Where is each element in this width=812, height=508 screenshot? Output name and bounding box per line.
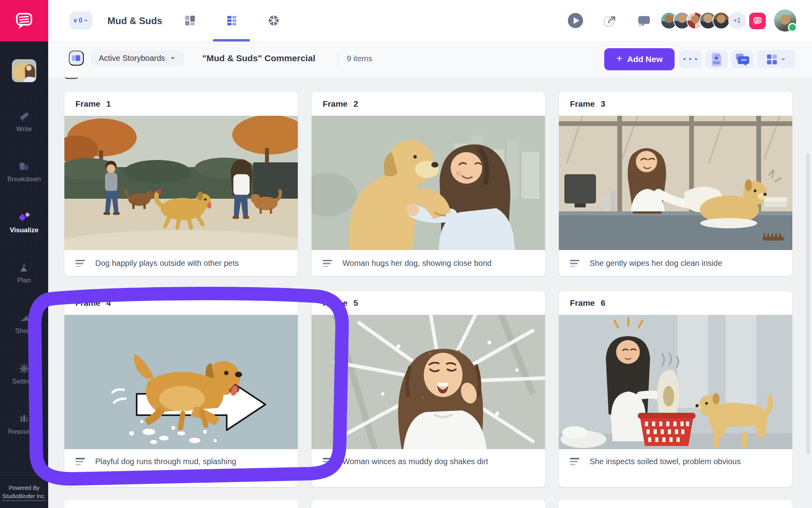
frame-number: 2	[353, 99, 358, 109]
caption-text: Woman winces as muddy dog shakes dirt	[342, 457, 488, 466]
pen-icon	[19, 111, 30, 122]
frame-header: Frame 1	[64, 92, 298, 116]
studiobinder-app: Write Breakdown Visualize Plan	[0, 0, 812, 508]
frame-caption[interactable]: She inspects soiled towel, problem obvio…	[559, 449, 792, 487]
frame-header: Frame 6	[559, 291, 792, 315]
grid-layout-icon	[227, 13, 237, 28]
frame-header: Frame 3	[559, 92, 792, 116]
sidebar-item-settings[interactable]: Settings	[0, 363, 48, 386]
storyboard-frame-card-4[interactable]: Frame 4	[64, 291, 298, 487]
breakdown-cards-icon	[19, 161, 30, 172]
sidebar-item-label: Breakdown	[7, 175, 41, 183]
storyboards-dropdown[interactable]: Active Storyboards ⌄	[91, 50, 184, 66]
chat-bubbles-button[interactable]	[731, 50, 754, 68]
next-row-card-partial	[64, 500, 298, 508]
frame-image-shake-scene	[312, 315, 545, 449]
version-label: v 0	[73, 17, 82, 24]
shoot-icon	[19, 312, 30, 324]
frame-number: 4	[106, 298, 111, 308]
play-animatic-button[interactable]	[565, 10, 586, 31]
frame-caption[interactable]: She gently wipes her dog clean inside	[559, 250, 792, 276]
studiobinder-logo[interactable]	[0, 0, 48, 41]
next-row-card-partial	[559, 500, 792, 508]
frame-image-park-scene	[64, 116, 298, 250]
storyboard-frame-card-3[interactable]: Frame 3	[559, 92, 792, 276]
mosaic-layout-icon	[185, 13, 195, 28]
sidebar-item-label: Shoot	[15, 327, 33, 335]
feedback-button[interactable]	[749, 13, 766, 29]
description-lines-icon	[75, 260, 85, 267]
share-button[interactable]	[601, 12, 619, 30]
more-options-button[interactable]: • • •	[679, 50, 702, 68]
panel-toggle-button[interactable]	[69, 51, 84, 66]
collaborators-overflow-badge[interactable]: +1	[728, 12, 746, 29]
sidebar-item-shoot[interactable]: Shoot	[0, 312, 48, 335]
storyboard-grid: Frame 1	[48, 77, 812, 508]
frame-caption[interactable]: Dog happily plays outside with other pet…	[64, 250, 298, 276]
frame-image-mud-run-scene	[64, 315, 298, 449]
frame-label: Frame	[570, 99, 595, 109]
chat-bubbles-icon	[735, 53, 750, 66]
sidebar-item-label: Plan	[17, 277, 31, 284]
grid-glyph-icon	[767, 54, 777, 65]
description-lines-icon	[323, 458, 332, 465]
layout-switcher-dropdown[interactable]: ⌄	[757, 50, 795, 68]
vertical-scrollbar-thumb[interactable]	[806, 153, 810, 454]
online-status-dot	[788, 23, 797, 32]
frame-header: Frame 4	[64, 291, 298, 315]
storyboard-frame-card-2[interactable]: Frame 2	[312, 92, 545, 276]
sidebar-item-label: Write	[16, 125, 32, 133]
sidebar-item-visualize[interactable]: Visualize	[0, 212, 48, 234]
frame-image-hug-scene	[312, 116, 545, 250]
frame-label: Frame	[570, 298, 595, 308]
next-row-card-partial	[312, 500, 545, 508]
studiobinder-link[interactable]: StudioBinder Inc.	[2, 493, 46, 501]
resources-bars-icon	[19, 413, 30, 424]
speech-bubble-logo-icon	[14, 11, 34, 31]
visualize-diamonds-icon	[18, 212, 30, 223]
plus-icon: +	[616, 53, 622, 65]
storyboard-frame-card-5[interactable]: Frame 5	[312, 291, 545, 487]
comments-button[interactable]	[635, 12, 653, 30]
frame-caption[interactable]: Woman hugs her dog, showing close bond	[312, 250, 545, 276]
view-grid-tab-active[interactable]	[224, 13, 239, 28]
description-lines-icon	[323, 260, 332, 267]
caption-text: She gently wipes her dog clean inside	[590, 259, 722, 268]
side-panel-icon	[72, 54, 81, 62]
caption-text: Woman hugs her dog, showing close bond	[342, 259, 492, 268]
storyboard-frame-card-6[interactable]: Frame 6	[559, 291, 792, 487]
sidebar-item-plan[interactable]: Plan	[0, 262, 48, 284]
caption-text: Playful dog runs through mud, splashing	[95, 457, 236, 466]
sidebar-item-write[interactable]: Write	[0, 111, 48, 133]
caption-text: She inspects soiled towel, problem obvio…	[590, 457, 741, 466]
board-title: "Mud & Suds" Commercial	[202, 42, 315, 75]
sidebar-item-breakdown[interactable]: Breakdown	[0, 161, 48, 183]
top-header: v 0 ⌄ Mud & Suds	[48, 0, 812, 41]
powered-by-line1: Powered By	[0, 484, 48, 493]
ellipsis-icon: • • •	[683, 55, 698, 63]
toolbar-divider	[338, 51, 338, 66]
view-aperture-tab[interactable]	[266, 13, 282, 28]
collaborator-avatar[interactable]	[712, 12, 730, 29]
frame-image-towel-scene	[559, 315, 792, 449]
view-mosaic-tab[interactable]	[182, 13, 197, 28]
storyboards-dropdown-label: Active Storyboards	[99, 54, 165, 63]
frame-image-wipe-scene	[559, 116, 792, 250]
sidebar-item-resources[interactable]: Resources	[0, 413, 48, 436]
items-count: 9 items	[347, 42, 372, 75]
user-avatar[interactable]	[774, 9, 796, 32]
project-thumbnail[interactable]	[12, 59, 36, 82]
frame-number: 6	[601, 298, 605, 308]
version-dropdown[interactable]: v 0 ⌄	[70, 11, 92, 30]
frame-caption[interactable]: Playful dog runs through mud, splashing	[64, 449, 298, 487]
download-pdf-button[interactable]: PDF	[705, 50, 728, 68]
storyboard-frame-card-1[interactable]: Frame 1	[64, 92, 298, 276]
frame-header: Frame 2	[312, 92, 545, 116]
sidebar-item-label: Settings	[12, 378, 36, 386]
frame-caption[interactable]: Woman winces as muddy dog shakes dirt	[312, 449, 545, 487]
aperture-icon	[268, 13, 279, 28]
add-new-button[interactable]: + Add New	[604, 48, 675, 70]
frame-number: 5	[353, 298, 358, 308]
board-toolbar: Active Storyboards ⌄ "Mud & Suds" Commer…	[48, 41, 812, 77]
caption-text: Dog happily plays outside with other pet…	[95, 259, 239, 268]
